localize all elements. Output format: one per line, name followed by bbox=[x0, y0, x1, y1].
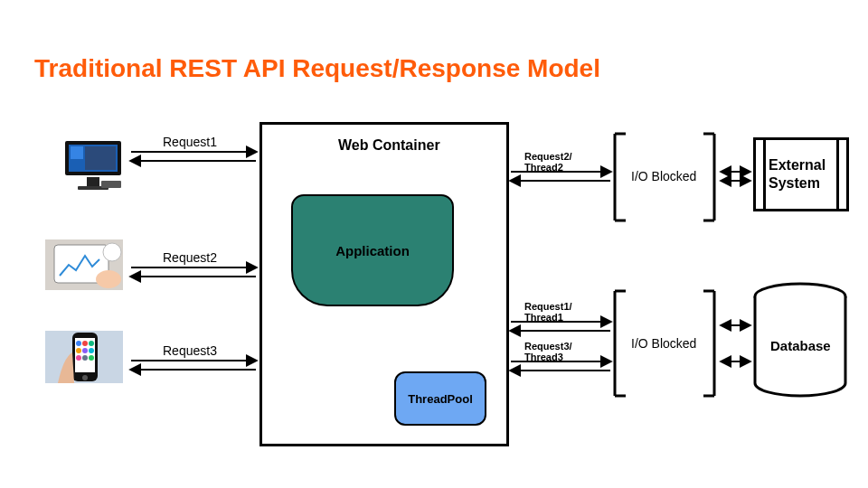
req2-thread2-label: Request2/ Thread2 bbox=[524, 151, 572, 173]
external-system-label: External System bbox=[756, 156, 846, 192]
application-box: Application bbox=[291, 194, 454, 306]
io-blocked-top: I/O Blocked bbox=[631, 169, 696, 183]
external-system-box: External System bbox=[753, 137, 849, 211]
io-blocked-bottom: I/O Blocked bbox=[631, 336, 696, 351]
web-container-title: Web Container bbox=[338, 137, 440, 154]
req3-thread3-label: Request3/ Thread3 bbox=[524, 341, 572, 362]
database-label: Database bbox=[770, 338, 831, 353]
threadpool-box: ThreadPool bbox=[394, 371, 486, 426]
req1-thread1-label: Request1/ Thread1 bbox=[524, 301, 572, 323]
